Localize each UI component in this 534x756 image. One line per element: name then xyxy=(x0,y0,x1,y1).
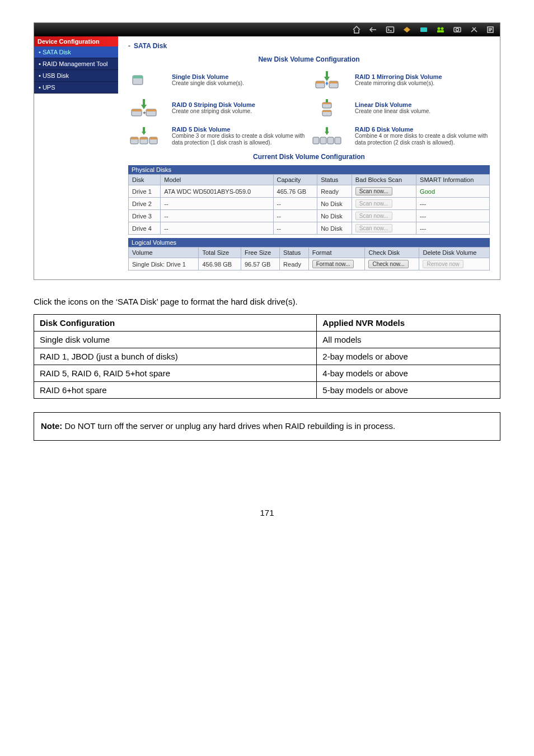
table-row: Single Disk: Drive 1 456.98 GB 96.57 GB … xyxy=(129,258,490,270)
sidebar: Device Configuration • SATA Disk • RAID … xyxy=(34,36,118,279)
doc-cell-models: 5-bay models or above xyxy=(317,382,500,399)
cell-status: Ready xyxy=(280,258,309,270)
col-status: Status xyxy=(317,175,352,185)
svg-rect-10 xyxy=(133,76,143,78)
linear-text[interactable]: Linear Disk Volume Create one linear dis… xyxy=(355,101,490,115)
camera-icon[interactable] xyxy=(453,26,462,34)
app-screenshot: Device Configuration • SATA Disk • RAID … xyxy=(34,22,500,280)
single-disk-icon[interactable] xyxy=(128,68,160,92)
cell-scan: Scan now... xyxy=(352,185,416,198)
svg-rect-17 xyxy=(132,109,142,111)
table-row: Drive 4----No DiskScan now...--- xyxy=(129,222,490,235)
cell-disk: Drive 4 xyxy=(129,222,161,235)
col-volume: Volume xyxy=(129,248,199,258)
remove-now-button[interactable]: Remove now xyxy=(423,260,463,268)
cell-capacity: -- xyxy=(273,222,317,235)
doc-table: Disk Configuration Applied NVR Models Si… xyxy=(34,314,500,399)
sidebar-item-ups[interactable]: • UPS xyxy=(34,82,118,94)
svg-rect-23 xyxy=(322,110,331,112)
physical-disks-header: Physical Disks xyxy=(128,165,490,174)
sidebar-item-sata-disk[interactable]: • SATA Disk xyxy=(34,46,118,58)
note-text: Do NOT turn off the server or unplug any… xyxy=(62,421,395,431)
cell-capacity: -- xyxy=(273,210,317,222)
cell-disk: Drive 1 xyxy=(129,185,161,198)
doc-table-row: RAID 5, RAID 6, RAID 5+hot spare4-bay mo… xyxy=(34,365,500,382)
terminal-icon[interactable] xyxy=(386,26,395,34)
table-header-row: Volume Total Size Free Size Status Forma… xyxy=(129,248,490,258)
single-disk-text[interactable]: Single Disk Volume Create single disk vo… xyxy=(172,73,307,87)
col-delete: Delete Disk Volume xyxy=(419,248,490,258)
format-now-button[interactable]: Format now... xyxy=(312,260,354,268)
sidebar-item-usb-disk[interactable]: • USB Disk xyxy=(34,70,118,82)
users-icon[interactable] xyxy=(436,26,445,34)
note-bold: Note: xyxy=(41,421,62,431)
check-now-button[interactable]: Check now... xyxy=(368,260,408,268)
col-bad: Bad Blocks Scan xyxy=(352,175,416,185)
table-row: Drive 1ATA WDC WD5001ABYS-059.0465.76 GB… xyxy=(129,185,490,198)
doc-cell-config: RAID 5, RAID 6, RAID 5+hot spare xyxy=(34,365,317,382)
cell-format: Format now... xyxy=(308,258,365,270)
raid6-icon[interactable] xyxy=(311,124,343,148)
cell-model: ATA WDC WD5001ABYS-059.0 xyxy=(161,185,273,198)
breadcrumb: -SATA Disk xyxy=(128,42,490,50)
diamond-icon[interactable] xyxy=(402,26,411,34)
table-row: Drive 3----No DiskScan now...--- xyxy=(129,210,490,222)
linear-icon[interactable] xyxy=(311,96,343,120)
doc-table-row: RAID 6+hot spare5-bay models or above xyxy=(34,382,500,399)
col-capacity: Capacity xyxy=(273,175,317,185)
sidebar-header: Device Configuration xyxy=(34,36,118,46)
doc-table-row: Single disk volumeAll models xyxy=(34,332,500,348)
home-icon[interactable] xyxy=(352,26,361,34)
cell-status: No Disk xyxy=(317,222,352,235)
cell-disk: Drive 2 xyxy=(129,198,161,210)
svg-text:+: + xyxy=(143,110,146,116)
cell-scan: Scan now... xyxy=(352,222,416,235)
cell-status: No Disk xyxy=(317,198,352,210)
cell-volume: Single Disk: Drive 1 xyxy=(129,258,199,270)
col-total: Total Size xyxy=(199,248,241,258)
doc-col-models: Applied NVR Models xyxy=(317,315,500,332)
svg-rect-32 xyxy=(327,137,334,144)
cell-smart: --- xyxy=(416,198,490,210)
new-disk-grid: Single Disk Volume Create single disk vo… xyxy=(128,68,490,148)
svg-rect-0 xyxy=(387,27,394,32)
doc-cell-config: RAID 1, JBOD (just a bunch of disks) xyxy=(34,348,317,365)
raid1-icon[interactable] xyxy=(311,68,343,92)
raid1-text[interactable]: RAID 1 Mirroring Disk Volume Create mirr… xyxy=(355,73,490,87)
sidebar-item-raid-mgmt[interactable]: • RAID Management Tool xyxy=(34,58,118,70)
drive-icon[interactable] xyxy=(419,26,428,34)
current-title: Current Disk Volume Configuration xyxy=(128,153,490,161)
raid0-icon[interactable]: + xyxy=(128,96,160,120)
cell-smart: Good xyxy=(416,185,490,198)
raid0-text[interactable]: RAID 0 Striping Disk Volume Create one s… xyxy=(172,101,307,115)
col-model: Model xyxy=(161,175,273,185)
page-number: 171 xyxy=(34,508,500,517)
cell-model: -- xyxy=(161,222,273,235)
tools-icon[interactable] xyxy=(470,26,479,34)
scan-now-button: Scan now... xyxy=(355,212,392,220)
cell-delete: Remove now xyxy=(419,258,490,270)
arrow-left-icon[interactable] xyxy=(369,26,378,34)
doc-cell-models: 2-bay models or above xyxy=(317,348,500,365)
col-disk: Disk xyxy=(129,175,161,185)
doc-table-header: Disk Configuration Applied NVR Models xyxy=(34,315,500,332)
svg-rect-30 xyxy=(313,137,319,144)
table-row: Drive 2----No DiskScan now...--- xyxy=(129,198,490,210)
cell-capacity: -- xyxy=(273,198,317,210)
doc-intro: Click the icons on the ‘SATA Disk’ page … xyxy=(34,297,500,306)
scan-now-button[interactable]: Scan now... xyxy=(355,187,392,195)
cell-scan: Scan now... xyxy=(352,198,416,210)
col-format: Format xyxy=(308,248,365,258)
raid6-text[interactable]: RAID 6 Disk Volume Combine 4 or more dis… xyxy=(355,126,490,146)
cell-free: 96.57 GB xyxy=(241,258,279,270)
raid5-icon[interactable] xyxy=(128,124,160,148)
note-box: Note: Do NOT turn off the server or unpl… xyxy=(34,412,500,441)
doc-table-row: RAID 1, JBOD (just a bunch of disks)2-ba… xyxy=(34,348,500,365)
svg-point-2 xyxy=(438,27,441,30)
svg-rect-29 xyxy=(149,137,157,139)
main-content: -SATA Disk New Disk Volume Configuration… xyxy=(118,36,500,279)
doc-cell-models: All models xyxy=(317,332,500,348)
logs-icon[interactable] xyxy=(486,26,495,34)
cell-status: No Disk xyxy=(317,210,352,222)
raid5-text[interactable]: RAID 5 Disk Volume Combine 3 or more dis… xyxy=(172,126,307,146)
